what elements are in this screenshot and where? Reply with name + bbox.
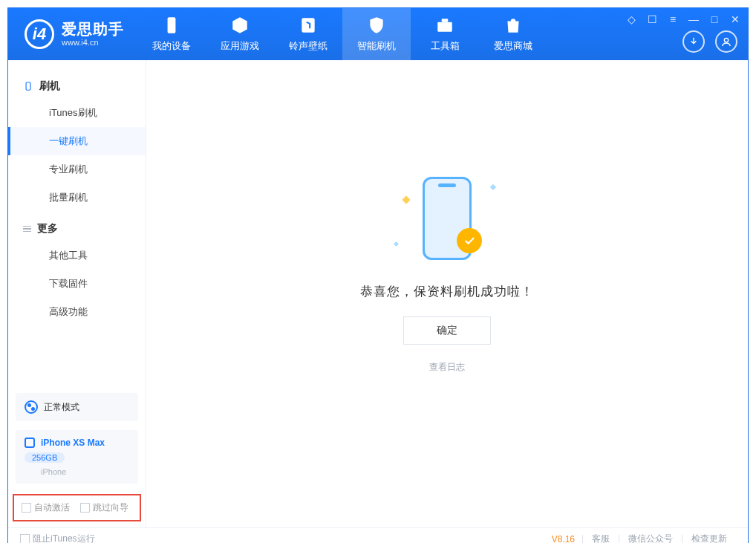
sidebar-item-other-tools[interactable]: 其他工具: [8, 241, 146, 270]
svg-rect-0: [168, 17, 176, 33]
user-icon: [720, 36, 732, 48]
tab-apps-games[interactable]: 应用游戏: [206, 8, 274, 60]
success-message: 恭喜您，保资料刷机成功啦！: [360, 283, 534, 300]
success-illustration: [391, 170, 503, 267]
svg-rect-1: [302, 18, 314, 33]
option-label: 自动激活: [34, 502, 70, 513]
music-icon: [299, 16, 318, 35]
account-button[interactable]: [715, 30, 737, 53]
download-icon: [688, 36, 700, 48]
sidebar-item-one-click-flash[interactable]: 一键刷机: [8, 127, 146, 155]
sidebar-group-more: 更多 其他工具 下载固件 高级功能: [8, 216, 146, 331]
close-button[interactable]: ✕: [730, 14, 740, 25]
checkbox-auto-activate[interactable]: 自动激活: [22, 501, 70, 514]
device-name: iPhone XS Max: [41, 438, 105, 448]
app-window: i4 爱思助手 www.i4.cn 我的设备 应用游戏 铃声壁纸 智能刷机: [7, 7, 749, 543]
app-name: 爱思助手: [62, 21, 124, 38]
sparkle-icon: [490, 183, 496, 189]
mode-panel[interactable]: 正常模式: [16, 393, 138, 421]
mode-label: 正常模式: [44, 401, 79, 414]
tab-label: 工具箱: [431, 39, 460, 53]
shield-refresh-icon: [367, 16, 386, 35]
sidebar-item-advanced[interactable]: 高级功能: [8, 298, 146, 326]
content-area: 恭喜您，保资料刷机成功啦！ 确定 查看日志: [146, 60, 748, 527]
sidebar-head-flash: 刷机: [8, 74, 146, 99]
logo: i4 爱思助手 www.i4.cn: [8, 19, 137, 49]
device-icon: [162, 16, 181, 35]
svg-rect-3: [442, 19, 449, 22]
sparkle-icon: [402, 195, 410, 204]
mode-icon: [25, 400, 38, 414]
sparkle-icon: [394, 241, 399, 246]
shirt-icon[interactable]: ◇: [626, 14, 636, 25]
download-button[interactable]: [682, 30, 705, 53]
phone-outline-icon: [23, 81, 33, 91]
checkbox-skip-guide[interactable]: 跳过向导: [80, 501, 128, 514]
svg-rect-5: [26, 82, 30, 91]
sidebar-item-itunes-flash[interactable]: iTunes刷机: [8, 99, 146, 127]
lock-icon[interactable]: ☐: [647, 14, 657, 25]
tab-label: 我的设备: [152, 39, 191, 53]
device-capacity: 256GB: [25, 452, 65, 463]
sidebar-item-pro-flash[interactable]: 专业刷机: [8, 155, 146, 183]
tab-toolbox[interactable]: 工具箱: [411, 8, 479, 60]
footer-label: 阻止iTunes运行: [33, 533, 95, 543]
sidebar-item-batch-flash[interactable]: 批量刷机: [8, 183, 146, 212]
cube-icon: [230, 16, 250, 35]
options-row: 自动激活 跳过向导: [13, 494, 141, 521]
phone-icon: [25, 438, 35, 448]
body: 刷机 iTunes刷机 一键刷机 专业刷机 批量刷机 更多 其他工具 下载固件 …: [8, 60, 748, 527]
svg-rect-2: [437, 22, 452, 32]
nav-tabs: 我的设备 应用游戏 铃声壁纸 智能刷机 工具箱 爱思商城: [137, 8, 547, 60]
app-url: www.i4.cn: [62, 38, 124, 48]
svg-point-4: [724, 38, 728, 42]
tab-smart-flash[interactable]: 智能刷机: [342, 8, 411, 60]
tab-label: 智能刷机: [357, 39, 396, 53]
tab-label: 铃声壁纸: [289, 39, 328, 53]
ok-button[interactable]: 确定: [403, 316, 491, 345]
sidebar-head-more: 更多: [8, 216, 146, 241]
minimize-button[interactable]: —: [688, 14, 699, 25]
tab-label: 爱思商城: [494, 39, 532, 53]
tab-store[interactable]: 爱思商城: [479, 8, 547, 60]
window-controls: ◇ ☐ ≡ — □ ✕: [626, 14, 740, 25]
footer-link-support[interactable]: 客服: [583, 533, 619, 543]
sidebar-group-flash: 刷机 iTunes刷机 一键刷机 专业刷机 批量刷机: [8, 74, 146, 216]
option-label: 跳过向导: [93, 502, 128, 513]
sidebar-title: 刷机: [39, 79, 60, 93]
logo-icon: i4: [25, 19, 54, 49]
checkbox-block-itunes[interactable]: 阻止iTunes运行: [20, 533, 95, 543]
view-log-link[interactable]: 查看日志: [429, 361, 465, 374]
titlebar: i4 爱思助手 www.i4.cn 我的设备 应用游戏 铃声壁纸 智能刷机: [8, 8, 748, 60]
footer-link-check-update[interactable]: 检查更新: [682, 533, 736, 543]
check-badge-icon: [457, 228, 482, 253]
tab-my-device[interactable]: 我的设备: [137, 8, 206, 60]
menu-lines-icon: [23, 226, 31, 233]
device-panel[interactable]: iPhone XS Max 256GB iPhone: [16, 430, 138, 484]
footer: 阻止iTunes运行 V8.16 客服 微信公众号 检查更新: [8, 527, 748, 543]
sidebar: 刷机 iTunes刷机 一键刷机 专业刷机 批量刷机 更多 其他工具 下载固件 …: [8, 60, 146, 527]
header-actions: [682, 30, 737, 53]
maximize-button[interactable]: □: [709, 14, 720, 25]
device-type: iPhone: [25, 467, 66, 476]
version-label: V8.16: [552, 534, 582, 544]
tab-ringtones-wallpapers[interactable]: 铃声壁纸: [274, 8, 342, 60]
sidebar-title: 更多: [37, 222, 58, 235]
sidebar-item-download-firmware[interactable]: 下载固件: [8, 270, 146, 298]
footer-link-wechat[interactable]: 微信公众号: [619, 533, 682, 543]
tab-label: 应用游戏: [221, 39, 259, 53]
menu-icon[interactable]: ≡: [668, 14, 678, 25]
bag-icon: [504, 16, 523, 35]
toolbox-icon: [435, 16, 454, 35]
